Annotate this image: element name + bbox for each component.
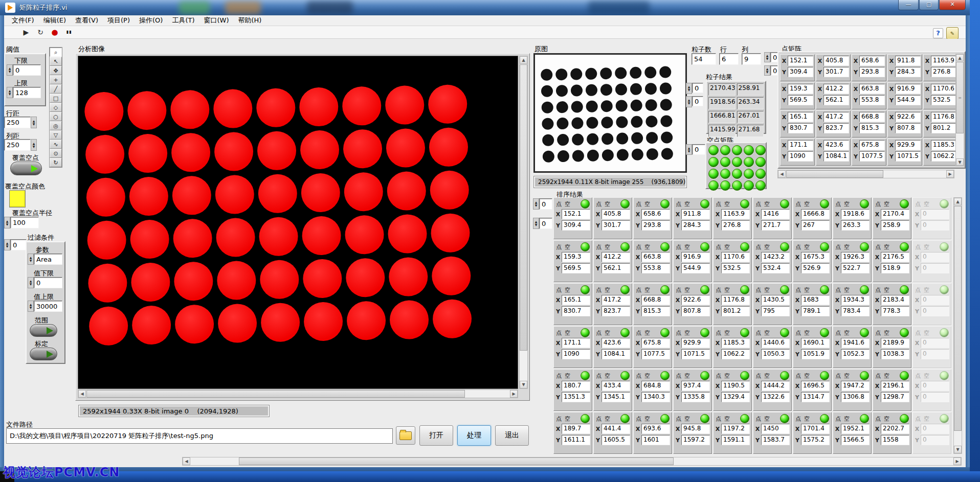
scroll-up-icon[interactable]: ▲ <box>956 54 964 61</box>
minimize-button[interactable]: — <box>898 0 919 10</box>
spinner-icon[interactable]: ▲▼ <box>686 96 692 107</box>
spinner-icon[interactable]: ▲▼ <box>533 218 539 229</box>
analysis-image-canvas[interactable] <box>78 56 518 389</box>
line-tool-icon[interactable]: ╱ <box>50 84 62 94</box>
abort-button[interactable]: ● <box>48 27 61 38</box>
viewer-vertical-scrollbar[interactable]: ▲ ▼ <box>519 56 528 389</box>
cover-empty-toggle[interactable] <box>10 162 42 175</box>
particle-results-index2[interactable]: ▲▼ 0 <box>686 96 703 107</box>
spinner-icon[interactable]: ▲▼ <box>7 64 13 76</box>
spinner-icon[interactable]: ▲▼ <box>4 239 10 250</box>
crosshair-tool-icon[interactable]: + <box>50 75 62 84</box>
rotate-tool-icon[interactable]: ↻ <box>50 158 62 167</box>
spinner-icon[interactable]: ▲▼ <box>4 217 10 228</box>
spinner-icon[interactable]: ▲▼ <box>533 198 539 210</box>
filter-lower-input[interactable]: ▲▼ 0 <box>28 277 62 288</box>
threshold-lower-input[interactable]: ▲▼ 0 <box>7 64 41 76</box>
spinner-icon[interactable]: ▲▼ <box>7 87 13 98</box>
filter-index-input[interactable]: ▲▼ 0 <box>4 239 27 250</box>
run-button[interactable]: ▶ <box>19 27 33 38</box>
oval-tool-icon[interactable]: ○ <box>50 112 62 121</box>
spinner-icon[interactable]: ▲▼ <box>28 277 34 288</box>
pan-tool-icon[interactable]: ✥ <box>50 66 62 75</box>
context-help-icon[interactable]: ✎ <box>946 27 959 39</box>
menu-item[interactable]: 操作(O) <box>135 15 167 26</box>
filter-param-select[interactable]: ▲▼ Area <box>28 254 62 265</box>
original-image-viewer[interactable] <box>533 53 687 173</box>
scroll-down-icon[interactable]: ▼ <box>954 446 962 453</box>
help-button[interactable]: ? <box>933 28 943 38</box>
freehand-tool-icon[interactable]: ∿ <box>50 140 62 149</box>
point-matrix-hscrollbar[interactable]: ◀ ▶ <box>777 170 954 178</box>
annulus-tool-icon[interactable]: ◎ <box>50 121 62 130</box>
scroll-left-icon[interactable]: ◀ <box>78 390 86 398</box>
scroll-right-icon[interactable]: ▶ <box>953 457 961 465</box>
spinner-icon[interactable]: ▲▼ <box>28 301 34 312</box>
spinner-icon[interactable]: ▲▼ <box>764 65 770 76</box>
cover-radius-input[interactable]: ▲▼ 100 <box>4 217 39 228</box>
x-axis-label: X <box>795 383 800 389</box>
spinner-icon[interactable]: ▲▼ <box>28 254 34 265</box>
rotated-rect-tool-icon[interactable]: ◇ <box>50 103 62 112</box>
scroll-right-icon[interactable]: ▶ <box>946 170 954 178</box>
point-tool-icon[interactable]: ⊙ <box>50 149 62 158</box>
sort-results-index2[interactable]: ▲▼ 0 <box>533 218 552 229</box>
scroll-up-icon[interactable]: ▲ <box>954 198 962 205</box>
scroll-thumb[interactable]: ≡ <box>956 62 964 133</box>
scroll-thumb[interactable] <box>954 206 962 431</box>
spinner-icon[interactable]: ▲▼ <box>764 52 770 62</box>
filter-upper-input[interactable]: ▲▼ 30000 <box>28 301 62 312</box>
zoom-tool-icon[interactable]: ⌕ <box>50 48 62 57</box>
pause-button[interactable]: ▮▮ <box>62 27 76 38</box>
empty-led <box>620 414 630 423</box>
sort-results-vscrollbar[interactable]: ▲ ▼ <box>953 197 962 454</box>
panel-horizontal-scrollbar[interactable]: ◀ ▶ <box>182 457 962 466</box>
scroll-thumb[interactable] <box>520 64 527 351</box>
scroll-down-icon[interactable]: ▼ <box>520 381 527 388</box>
col-spacing-input[interactable]: 250 ▲▼ <box>4 139 37 151</box>
empty-matrix-index[interactable]: ▲▼ 0 <box>686 144 705 155</box>
menu-item[interactable]: 帮助(H) <box>234 15 266 26</box>
scroll-left-icon[interactable]: ◀ <box>778 170 786 178</box>
spinner-icon[interactable]: ▲▼ <box>31 139 37 151</box>
scroll-right-icon[interactable]: ▶ <box>510 390 518 398</box>
range-toggle[interactable] <box>30 324 57 337</box>
viewer-horizontal-scrollbar[interactable]: ◀ ▶ <box>78 389 518 398</box>
menu-item[interactable]: 编辑(E) <box>39 15 71 26</box>
scroll-thumb[interactable] <box>86 390 465 398</box>
cursor-tool-icon[interactable]: ↖ <box>50 57 62 66</box>
menu-item[interactable]: 文件(F) <box>7 15 39 26</box>
spinner-icon[interactable]: ▲▼ <box>31 117 37 128</box>
threshold-upper-input[interactable]: ▲▼ 128 <box>7 87 41 98</box>
menu-item[interactable]: 项目(P) <box>103 15 135 26</box>
row-spacing-input[interactable]: 250 ▲▼ <box>4 117 37 128</box>
sort-result-cell: 点空X1185.3Y1062.2 <box>713 326 752 368</box>
scroll-left-icon[interactable]: ◀ <box>183 457 190 465</box>
particle-circle <box>429 127 469 167</box>
scroll-thumb[interactable] <box>239 457 674 465</box>
exit-button[interactable]: 退出 <box>495 425 529 446</box>
menu-item[interactable]: 窗口(W) <box>199 15 234 26</box>
point-matrix-vscrollbar[interactable]: ▲ ≡ ▼ <box>955 54 964 166</box>
menu-item[interactable]: 查看(V) <box>71 15 103 26</box>
rectangle-tool-icon[interactable]: □ <box>50 94 62 103</box>
calibration-toggle[interactable] <box>30 348 57 360</box>
open-button[interactable]: 打开 <box>419 425 453 446</box>
polygon-tool-icon[interactable]: ▽ <box>50 130 62 140</box>
scroll-thumb[interactable] <box>786 170 883 178</box>
scroll-up-icon[interactable]: ▲ <box>520 56 527 64</box>
spinner-icon[interactable]: ▲▼ <box>686 83 692 94</box>
file-path-input[interactable]: D:\我的文档\项目\程序项目\20220719 矩阵粒子排序\test-ng5… <box>6 428 393 444</box>
process-button[interactable]: 处理 <box>457 425 491 446</box>
maximize-button[interactable]: ▢ <box>919 0 939 10</box>
menu-item[interactable]: 工具(T) <box>167 15 199 26</box>
particle-results-index1[interactable]: ▲▼ 0 <box>686 83 703 94</box>
cover-color-swatch[interactable] <box>9 190 26 208</box>
y-axis-label: Y <box>635 351 640 358</box>
close-button[interactable]: ✕ <box>939 0 966 10</box>
sort-results-index1[interactable]: ▲▼ 0 <box>533 198 552 210</box>
browse-button[interactable] <box>396 426 415 445</box>
scroll-down-icon[interactable]: ▼ <box>956 158 964 166</box>
spinner-icon[interactable]: ▲▼ <box>686 144 692 155</box>
run-continuous-button[interactable]: ↻ <box>34 27 47 38</box>
